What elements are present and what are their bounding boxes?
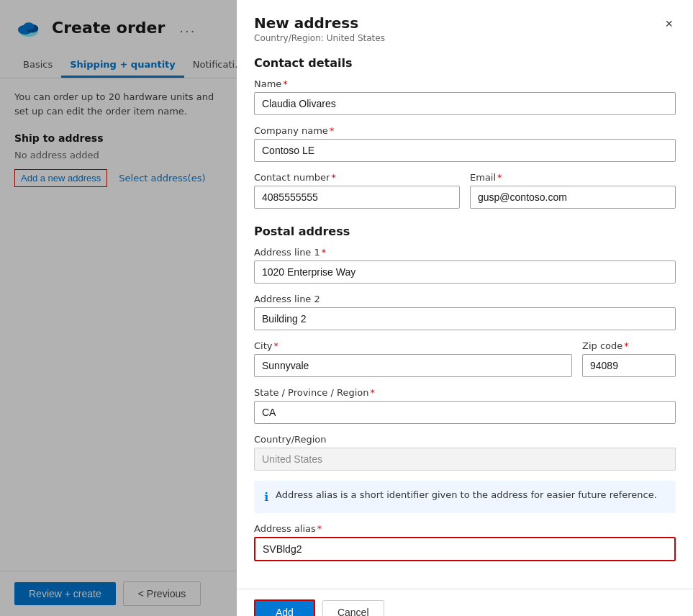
city-field-group: City* bbox=[254, 340, 572, 377]
new-address-dialog: New address Country/Region: United State… bbox=[237, 0, 693, 616]
alias-label: Address alias* bbox=[254, 523, 676, 534]
dialog-title-group: New address Country/Region: United State… bbox=[254, 14, 385, 43]
address2-input[interactable] bbox=[254, 307, 676, 330]
address1-field-group: Address line 1* bbox=[254, 247, 676, 284]
email-field-group: Email* bbox=[470, 172, 676, 209]
alias-field-group: Address alias* bbox=[254, 523, 676, 561]
alias-input[interactable] bbox=[254, 537, 676, 561]
info-icon: ℹ bbox=[264, 489, 268, 506]
name-label: Name* bbox=[254, 78, 676, 89]
country-input bbox=[254, 448, 676, 471]
dialog-footer: Add Cancel bbox=[237, 589, 693, 616]
city-zip-row: City* Zip code* bbox=[254, 340, 676, 387]
cancel-button[interactable]: Cancel bbox=[322, 600, 384, 616]
contact-label: Contact number* bbox=[254, 172, 460, 183]
zip-field-group: Zip code* bbox=[582, 340, 676, 377]
close-dialog-button[interactable]: × bbox=[662, 14, 676, 33]
company-input[interactable] bbox=[254, 139, 676, 162]
state-label: State / Province / Region* bbox=[254, 387, 676, 398]
country-label: Country/Region bbox=[254, 434, 676, 445]
alias-info-box: ℹ Address alias is a short identifier gi… bbox=[254, 481, 676, 513]
address1-label: Address line 1* bbox=[254, 247, 676, 258]
add-button[interactable]: Add bbox=[254, 599, 315, 616]
zip-input[interactable] bbox=[582, 354, 676, 377]
city-input[interactable] bbox=[254, 354, 572, 377]
postal-section-heading: Postal address bbox=[254, 225, 676, 238]
name-field-group: Name* bbox=[254, 78, 676, 115]
contact-field-group: Contact number* bbox=[254, 172, 460, 209]
state-field-group: State / Province / Region* bbox=[254, 387, 676, 424]
address2-field-group: Address line 2 bbox=[254, 294, 676, 330]
email-label: Email* bbox=[470, 172, 676, 183]
dialog-header: New address Country/Region: United State… bbox=[237, 0, 693, 50]
dialog-body: Contact details Name* Company name* Cont… bbox=[237, 50, 693, 589]
contact-input[interactable] bbox=[254, 186, 460, 209]
contact-section-heading: Contact details bbox=[254, 56, 676, 70]
name-input[interactable] bbox=[254, 92, 676, 115]
dialog-title: New address bbox=[254, 14, 385, 32]
zip-label: Zip code* bbox=[582, 340, 676, 351]
company-field-group: Company name* bbox=[254, 125, 676, 162]
country-field-group: Country/Region bbox=[254, 434, 676, 471]
contact-email-row: Contact number* Email* bbox=[254, 172, 676, 219]
dialog-subtitle: Country/Region: United States bbox=[254, 33, 385, 43]
alias-info-text: Address alias is a short identifier give… bbox=[276, 488, 657, 502]
address1-input[interactable] bbox=[254, 261, 676, 284]
state-input[interactable] bbox=[254, 401, 676, 424]
address2-label: Address line 2 bbox=[254, 294, 676, 304]
city-label: City* bbox=[254, 340, 572, 351]
email-input[interactable] bbox=[470, 186, 676, 209]
company-label: Company name* bbox=[254, 125, 676, 136]
